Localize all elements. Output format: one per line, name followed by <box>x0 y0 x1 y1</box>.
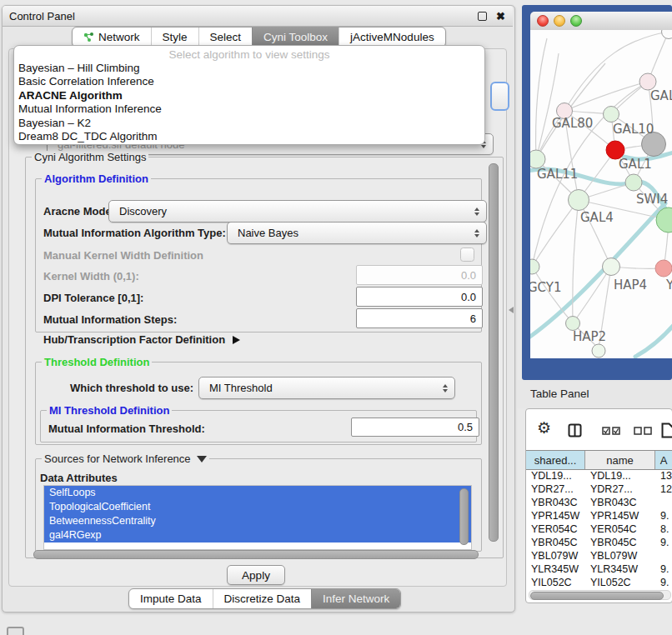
list-item-selected[interactable]: SelfLoops <box>44 486 471 500</box>
apply-button[interactable]: Apply <box>227 565 285 585</box>
settings-vertical-scrollbar[interactable] <box>489 163 499 542</box>
tab-style[interactable]: Style <box>151 28 198 47</box>
which-threshold-combobox[interactable]: MI Threshold <box>198 377 455 399</box>
algorithm-option-selected[interactable]: ARACNE Algorithm <box>14 89 484 102</box>
node-gal10[interactable] <box>604 107 619 122</box>
tab-infer-network[interactable]: Infer Network <box>311 589 400 608</box>
kernel-width-label: Kernel Width (0,1): <box>43 270 139 282</box>
label-gcy1: GCY1 <box>530 280 562 295</box>
focused-control-fragment[interactable] <box>490 82 509 111</box>
data-attributes-label: Data Attributes <box>40 472 118 484</box>
node-gal4[interactable] <box>569 190 589 211</box>
tab-discretize-data-label: Discretize Data <box>224 590 301 608</box>
node-gal1[interactable] <box>625 174 642 191</box>
node-gal[interactable] <box>639 73 656 90</box>
sources-title: Sources for Network Inference <box>44 452 191 465</box>
tab-impute-data-label: Impute Data <box>140 590 202 608</box>
node-salmon[interactable] <box>655 260 672 277</box>
table-row[interactable]: YPR145WYPR145W9. <box>526 509 672 522</box>
dpi-tolerance-input[interactable]: 0.0 <box>356 287 483 307</box>
table-row[interactable]: YBR043CYBR043C <box>526 496 672 509</box>
deselect-all-icon[interactable] <box>634 427 652 435</box>
algorithm-option[interactable]: Bayesian – K2 <box>14 117 484 130</box>
gear-icon[interactable]: ⚙ <box>537 420 551 436</box>
node-gcy1[interactable] <box>530 259 539 274</box>
settings-horizontal-scrollbar[interactable] <box>33 550 479 559</box>
corner-widget-icon[interactable] <box>7 627 24 635</box>
algorithm-option[interactable]: Bayesian – Hill Climbing <box>14 62 484 75</box>
node-hap4[interactable] <box>603 258 620 276</box>
sources-expander[interactable]: Sources for Network Inference <box>42 452 209 465</box>
tab-network[interactable]: Network <box>73 28 151 47</box>
table-row[interactable]: YBR045CYBR045C9. <box>526 536 672 549</box>
algorithm-option[interactable]: Basic Correlation Inference <box>14 75 484 88</box>
list-item-selected[interactable]: BetweennessCentrality <box>44 514 471 528</box>
kernel-width-input[interactable]: 0.0 <box>356 265 483 285</box>
threshold-definition-title: Threshold Definition <box>42 356 152 368</box>
mi-algorithm-type-label: Mutual Information Algorithm Type: <box>43 227 226 239</box>
table-horizontal-scrollbar[interactable] <box>529 590 671 600</box>
node-gal11[interactable] <box>530 150 545 168</box>
node-unlabeled[interactable] <box>662 30 672 39</box>
network-canvas: GAL GAL80 GAL10 GAL1 GAL11 SWI4 GAL4 GCY… <box>530 30 672 358</box>
algorithm-option[interactable]: Dream8 DC_TDC Algorithm <box>14 130 484 143</box>
table-row[interactable]: YDL19...YDL19...13 <box>526 469 672 482</box>
node-bottom-partial[interactable] <box>592 344 605 358</box>
table-row[interactable]: YLR345WYLR345W9. <box>526 562 672 576</box>
table-horizontal-scrollbar-thumb[interactable] <box>530 592 664 600</box>
document-icon[interactable] <box>661 422 672 438</box>
mi-steps-value: 6 <box>470 312 476 325</box>
tab-cyni-toolbox-label: Cyni Toolbox <box>263 28 328 47</box>
label-gal80: GAL80 <box>552 116 593 131</box>
tab-style-label: Style <box>163 28 188 47</box>
label-gal: GAL <box>650 88 672 103</box>
table-row[interactable]: YBL079WYBL079W <box>526 549 672 562</box>
aracne-mode-combobox[interactable]: Discovery <box>108 200 487 222</box>
node-hap2[interactable] <box>566 317 580 331</box>
select-all-checks-icon[interactable] <box>602 427 620 435</box>
list-item-selected[interactable]: gal4RGexp <box>44 528 471 542</box>
column-header-shared[interactable]: shared... <box>526 451 585 469</box>
tab-discretize-data[interactable]: Discretize Data <box>213 589 312 608</box>
mi-threshold-definition-title: MI Threshold Definition <box>47 404 172 417</box>
manual-kernel-width-checkbox[interactable] <box>460 248 474 262</box>
mi-algorithm-type-combobox[interactable]: Naive Bayes <box>227 222 487 244</box>
column-header-partial[interactable]: A <box>655 451 672 469</box>
mi-threshold-value: 0.5 <box>458 421 473 433</box>
tab-cyni-toolbox[interactable]: Cyni Toolbox <box>252 28 339 47</box>
close-traffic-light[interactable] <box>537 15 549 27</box>
algorithm-option[interactable]: Mutual Information Inference <box>14 102 484 116</box>
mi-threshold-label: Mutual Information Threshold: <box>48 422 205 435</box>
tab-select-label: Select <box>210 28 242 47</box>
close-icon[interactable]: ✖ <box>496 11 505 22</box>
tab-select[interactable]: Select <box>198 28 253 47</box>
minimize-traffic-light[interactable] <box>554 15 565 27</box>
algorithm-dropdown-list: Select algorithm to view settings Bayesi… <box>13 45 485 145</box>
tab-impute-data[interactable]: Impute Data <box>129 589 213 608</box>
mi-algorithm-type-value: Naive Bayes <box>238 227 298 239</box>
table-row[interactable]: YER054CYER054C8. <box>526 522 672 536</box>
expand-right-icon <box>233 336 240 344</box>
table-row[interactable]: YDR27...YDR27...12 <box>526 482 672 496</box>
table-row[interactable]: YIL052CYIL052C9. <box>526 576 672 589</box>
column-header-name[interactable]: name <box>585 451 655 469</box>
list-vertical-scrollbar[interactable] <box>459 488 469 545</box>
network-window-titlebar <box>530 12 672 31</box>
mi-threshold-input[interactable]: 0.5 <box>351 418 479 437</box>
aracne-mode-label: Aracne Mode: <box>43 205 115 218</box>
columns-icon[interactable] <box>568 423 582 438</box>
hub-definition-expander[interactable]: Hub/Transcription Factor Definition <box>43 333 240 346</box>
label-y-partial: Y <box>665 278 672 292</box>
tab-jactivemnodules[interactable]: jActiveMNodules <box>339 28 445 47</box>
panel-divider-handle[interactable] <box>509 307 514 313</box>
float-window-icon[interactable] <box>478 12 487 21</box>
table-body: YDL19...YDL19...13 YDR27...YDR27...12 YB… <box>526 469 672 590</box>
collapse-down-icon <box>197 456 207 462</box>
zoom-traffic-light[interactable] <box>570 15 582 27</box>
which-threshold-label: Which threshold to use: <box>70 382 193 394</box>
label-gal10: GAL10 <box>613 122 654 137</box>
label-gal11: GAL11 <box>537 167 578 182</box>
list-item-selected[interactable]: TopologicalCoefficient <box>44 500 471 514</box>
mi-steps-input[interactable]: 6 <box>356 308 483 328</box>
network-icon <box>83 32 94 42</box>
